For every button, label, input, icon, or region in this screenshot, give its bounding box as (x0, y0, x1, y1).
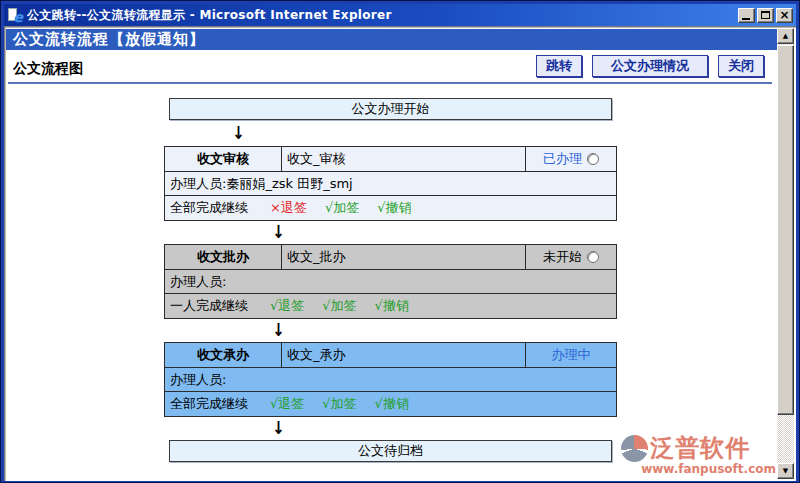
action-return-sign: √退签 (270, 297, 304, 315)
window-title: 公文跳转--公文流转流程显示 - Microsoft Internet Expl… (27, 7, 738, 24)
close-button[interactable]: × (776, 8, 793, 23)
step-rules-row: 全部完成继续 √退签 √加签 √撤销 (165, 392, 616, 416)
internet-explorer-icon: e (7, 7, 23, 23)
step-status: 未开始 (543, 248, 582, 266)
minimize-button[interactable] (738, 8, 755, 23)
action-add-sign: √加签 (322, 297, 356, 315)
step-rule: 全部完成继续 (170, 199, 248, 217)
jump-button[interactable]: 跳转 (536, 55, 582, 77)
maximize-button[interactable] (757, 8, 774, 23)
flow-diagram: 公文办理开始 ↓ 收文审核 收文_审核 已办理 办理人员:秦丽娟_zsk 田野_… (164, 98, 617, 462)
step-status: 办理中 (552, 346, 591, 364)
down-arrow-icon: ↓ (272, 420, 285, 438)
down-arrow-icon: ↓ (272, 322, 285, 340)
action-revoke: √撤销 (377, 199, 411, 217)
action-return-sign: √退签 (270, 395, 304, 413)
close-icon: × (779, 10, 789, 21)
step-status-radio[interactable] (587, 153, 599, 165)
down-arrow-icon: ↓ (232, 124, 245, 142)
step-staff: 办理人员:秦丽娟_zsk 田野_smj (165, 172, 616, 196)
fanpu-logo-name: 泛普软件 (650, 432, 750, 464)
close-page-button[interactable]: 关闭 (718, 55, 764, 77)
divider-line (8, 82, 772, 84)
step-code: 收文_承办 (282, 343, 526, 367)
doc-process-status-button[interactable]: 公文办理情况 (592, 55, 708, 77)
step-staff: 办理人员: (165, 368, 616, 392)
step-code: 收文_批办 (282, 245, 526, 269)
action-revoke: √撤销 (375, 297, 409, 315)
step-name: 收文审核 (165, 147, 282, 171)
action-revoke: √撤销 (375, 395, 409, 413)
page-title: 公文流转流程【放假通知】 (6, 29, 777, 50)
action-add-sign: √加签 (325, 199, 359, 217)
scroll-down-button[interactable]: ▼ (777, 463, 794, 479)
down-arrow-icon: ↓ (272, 224, 285, 242)
step-status-cell: 办理中 (526, 343, 616, 367)
step-rule: 一人完成继续 (170, 297, 248, 315)
browser-window: e 公文跳转--公文流转流程显示 - Microsoft Internet Ex… (0, 0, 800, 483)
step-staff: 办理人员: (165, 270, 616, 294)
step-rules-row: 一人完成继续 √退签 √加签 √撤销 (165, 294, 616, 318)
step-header-row: 收文承办 收文_承办 办理中 (165, 343, 616, 368)
scroll-up-button[interactable]: ▲ (777, 28, 794, 44)
step-header-row: 收文审核 收文_审核 已办理 (165, 147, 616, 172)
title-bar: e 公文跳转--公文流转流程显示 - Microsoft Internet Ex… (4, 4, 796, 26)
step-status: 已办理 (543, 150, 582, 168)
maximize-icon (761, 11, 770, 19)
step-rule: 全部完成继续 (170, 395, 248, 413)
toolbar: 跳转 公文办理情况 关闭 (536, 55, 764, 77)
page-content: 公文流转流程【放假通知】 公文流程图 跳转 公文办理情况 关闭 公文办理开始 ↓… (4, 26, 796, 481)
step-status-cell: 已办理 (526, 147, 616, 171)
step-name: 收文承办 (165, 343, 282, 367)
step-status-radio[interactable] (587, 251, 599, 263)
action-return-sign: ×退签 (270, 199, 307, 217)
step-status-cell: 未开始 (526, 245, 616, 269)
step-table-undertake: 收文承办 收文_承办 办理中 办理人员: 全部完成继续 √退签 √加签 √撤销 (164, 342, 617, 417)
step-name: 收文批办 (165, 245, 282, 269)
step-table-approve: 收文批办 收文_批办 未开始 办理人员: 一人完成继续 √退签 √加签 √撤销 (164, 244, 617, 319)
minimize-icon (742, 18, 750, 20)
vertical-scrollbar[interactable]: ▲ ▼ (777, 28, 794, 479)
fanpu-logo-url: www.fanpusoft.com (621, 462, 776, 476)
scrollbar-thumb[interactable] (777, 45, 794, 415)
action-add-sign: √加签 (322, 395, 356, 413)
fanpu-logo: 泛普软件 www.fanpusoft.com (621, 432, 776, 476)
flow-start-box: 公文办理开始 (169, 98, 612, 120)
step-rules-row: 全部完成继续 ×退签 √加签 √撤销 (165, 196, 616, 220)
step-table-review: 收文审核 收文_审核 已办理 办理人员:秦丽娟_zsk 田野_smj 全部完成继… (164, 146, 617, 221)
flow-end-box: 公文待归档 (169, 440, 612, 462)
fanpu-logo-icon (621, 435, 648, 462)
section-title: 公文流程图 (13, 60, 83, 78)
step-code: 收文_审核 (282, 147, 526, 171)
step-header-row: 收文批办 收文_批办 未开始 (165, 245, 616, 270)
window-controls: × (738, 8, 793, 23)
